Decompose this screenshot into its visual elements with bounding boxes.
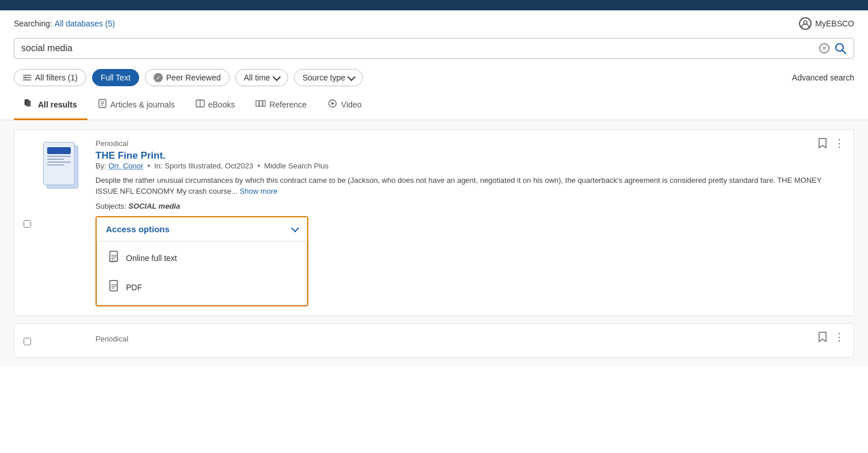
tab-all-results[interactable]: All results: [14, 91, 87, 120]
tab-reference[interactable]: Reference: [245, 91, 317, 120]
doc-line-1: [47, 147, 71, 154]
all-results-label: All results: [38, 100, 77, 109]
tab-articles-journals[interactable]: Articles & journals: [87, 91, 185, 120]
articles-journals-icon: [98, 99, 107, 110]
pdf-label: PDF: [126, 283, 142, 292]
top-bar: [0, 0, 868, 10]
svg-text:</>: </>: [109, 259, 116, 263]
by-label: By:: [95, 162, 106, 170]
result-1-meta: By: Orr, Conor • In: Sports Illustrated,…: [95, 162, 844, 170]
online-full-text-icon: </>: [109, 251, 120, 266]
access-option-pdf[interactable]: PDF: [97, 273, 307, 302]
result-1-subjects: Subjects: SOCIAL media: [95, 202, 844, 210]
filters-row: All filters (1) Full Text ✓ Peer Reviewe…: [0, 64, 868, 91]
search-bar: ✕: [14, 38, 854, 59]
svg-rect-22: [110, 281, 117, 291]
more-options-button-2[interactable]: ⋮: [834, 331, 844, 343]
doc-line-3: [47, 159, 64, 160]
result-2-card-actions: ⋮: [818, 331, 844, 343]
search-bar-container: ✕: [0, 34, 868, 64]
reference-icon: [255, 99, 266, 110]
full-text-label: Full Text: [101, 73, 131, 82]
ebooks-label: eBooks: [208, 100, 235, 109]
source-type-chevron-icon: [347, 72, 355, 80]
doc-line-5: [47, 164, 64, 166]
clear-icon: ✕: [819, 43, 829, 53]
access-options-chevron-icon: [291, 224, 299, 232]
search-input[interactable]: [21, 43, 819, 53]
svg-rect-17: [263, 101, 265, 106]
result-1-abstract: Despite the rather unusual circumstances…: [95, 175, 844, 197]
svg-line-2: [843, 51, 846, 54]
peer-reviewed-check-icon: ✓: [154, 73, 163, 82]
tabs-row: All results Articles & journals eBooks: [0, 91, 868, 120]
result-2-checkbox[interactable]: [24, 335, 31, 348]
searching-text: Searching:: [14, 19, 52, 28]
tab-video[interactable]: Video: [317, 91, 372, 120]
result-1-checkbox[interactable]: [24, 141, 31, 306]
access-options-title: Access options: [106, 224, 170, 234]
result-1-subject: SOCIAL media: [128, 202, 180, 210]
content-area: Periodical THE Fine Print. By: Orr, Cono…: [0, 120, 868, 367]
all-time-label: All time: [244, 73, 270, 82]
all-time-filter-button[interactable]: All time: [235, 69, 288, 86]
access-option-online-full-text[interactable]: </> Online full text: [97, 244, 307, 273]
doc-front-icon: [43, 142, 75, 185]
tab-ebooks[interactable]: eBooks: [185, 91, 246, 120]
online-full-text-label: Online full text: [126, 254, 177, 263]
svg-point-0: [804, 21, 807, 24]
all-filters-button[interactable]: All filters (1): [14, 69, 86, 86]
result-1-card-actions: ⋮: [818, 137, 844, 149]
filters-icon: [22, 73, 32, 82]
bookmark-button-2[interactable]: [818, 331, 827, 343]
header: Searching: All databases (5) MyEBSCO: [0, 10, 868, 34]
databases-link[interactable]: All databases (5): [55, 19, 115, 28]
result-card-1: Periodical THE Fine Print. By: Orr, Cono…: [14, 129, 854, 316]
search-clear-button[interactable]: ✕: [819, 43, 829, 53]
full-text-filter-button[interactable]: Full Text: [92, 69, 139, 86]
more-options-button-1[interactable]: ⋮: [834, 137, 844, 149]
svg-marker-19: [331, 102, 335, 105]
video-icon: [327, 99, 338, 110]
in-label: In:: [154, 162, 162, 170]
result-1-thumbnail: [40, 139, 86, 197]
access-options-button[interactable]: Access options: [97, 217, 307, 241]
doc-line-2: [47, 156, 71, 157]
user-avatar-icon: [799, 17, 812, 30]
result-1-publication: Sports Illustrated, Oct2023: [165, 162, 253, 170]
result-2-type: Periodical: [95, 335, 128, 343]
subjects-label: Subjects:: [95, 202, 126, 210]
result-1-type: Periodical: [95, 139, 844, 148]
search-submit-button[interactable]: [834, 42, 847, 55]
reference-label: Reference: [269, 100, 307, 109]
bookmark-button-1[interactable]: [818, 137, 827, 149]
result-1-author-link[interactable]: Orr, Conor: [108, 162, 143, 170]
svg-rect-15: [256, 101, 259, 106]
show-more-link[interactable]: Show more: [240, 187, 278, 195]
articles-journals-label: Articles & journals: [110, 100, 175, 109]
pdf-icon: [109, 280, 120, 295]
svg-rect-16: [259, 101, 262, 106]
video-label: Video: [341, 100, 362, 109]
doc-line-4: [47, 162, 71, 163]
result-1-database: Middle Search Plus: [264, 162, 328, 170]
my-ebsco-button[interactable]: MyEBSCO: [799, 17, 854, 30]
searching-label: Searching: All databases (5): [14, 19, 115, 28]
source-type-filter-button[interactable]: Source type: [294, 69, 364, 86]
all-results-icon: [24, 99, 35, 110]
source-type-label: Source type: [303, 73, 346, 82]
advanced-search-link[interactable]: Advanced search: [792, 73, 854, 82]
peer-reviewed-label: Peer Reviewed: [166, 73, 221, 82]
access-options-container: Access options </> Online full text: [95, 216, 308, 306]
all-time-chevron-icon: [273, 72, 281, 80]
svg-rect-8: [26, 101, 30, 106]
all-filters-label: All filters (1): [35, 73, 78, 82]
ebooks-icon: [196, 99, 205, 110]
access-options-dropdown: </> Online full text PDF: [97, 241, 307, 305]
result-1-title[interactable]: THE Fine Print.: [95, 150, 166, 161]
peer-reviewed-filter-button[interactable]: ✓ Peer Reviewed: [145, 69, 230, 86]
result-1-body: Periodical THE Fine Print. By: Orr, Cono…: [95, 139, 844, 306]
result-card-2: Periodical ⋮: [14, 323, 854, 358]
result-1-abstract-text: Despite the rather unusual circumstances…: [95, 176, 821, 196]
my-ebsco-label: MyEBSCO: [815, 19, 854, 28]
